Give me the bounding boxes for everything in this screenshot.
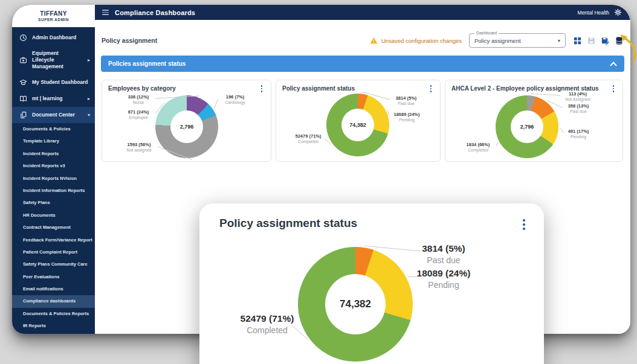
user-name: TIFFANY xyxy=(40,10,66,17)
gear-icon[interactable] xyxy=(614,8,622,16)
donut-segment-label-not-assigned: 1593 (56%)Not assigned xyxy=(127,142,152,152)
segment-category: Past due xyxy=(422,255,465,265)
chevron-right-icon: ▸ xyxy=(85,57,90,63)
segment-category: Not assigned xyxy=(127,148,152,152)
kit-icon xyxy=(19,56,27,64)
environment-label: Mental Health xyxy=(578,10,609,16)
donut-segment-label-completed: 1834 (66%)Completed xyxy=(467,142,490,152)
menu-icon[interactable] xyxy=(102,10,109,15)
warning-icon xyxy=(370,37,378,44)
kebab-menu-icon[interactable] xyxy=(521,219,527,230)
dashboard-select-label: Dashboard xyxy=(474,31,499,35)
donut-segment-label-past-due: 3814 (5%)Past due xyxy=(396,95,417,106)
donut-segment-label-pending: 18089 (24%)Pending xyxy=(417,268,471,290)
sidebar-subitem-safety-plans-community-care[interactable]: Safety Plans Community Care xyxy=(12,258,95,270)
segment-category: Completed xyxy=(296,139,322,144)
donut-segment-label-cardiology: 196 (7%)Cardiology xyxy=(225,94,245,104)
kebab-menu-icon[interactable] xyxy=(610,85,616,92)
segment-category: Not Assigned xyxy=(565,97,590,101)
sidebar-subitem-patient-complaint-report[interactable]: Patient Complaint Report xyxy=(12,246,95,258)
donut-hole: 74,382 xyxy=(341,109,374,141)
sidebar-subitem-contract-management[interactable]: Contract Management xyxy=(12,222,95,234)
sidebar-subitem-hr-documents[interactable]: HR Documents xyxy=(12,209,95,222)
segment-category: Completed xyxy=(241,325,294,335)
sidebar-item-admin-dashboard[interactable]: Admin Dashboard xyxy=(12,30,95,46)
donut-hole: 2,796 xyxy=(170,110,203,143)
sidebar-subitem-email-notifications[interactable]: Email notifications xyxy=(12,283,95,295)
sidebar-subitem-compliance-dashboards[interactable]: Compliance dashboards xyxy=(12,295,95,307)
sidebar-subitem-template-library[interactable]: Template Library xyxy=(12,135,95,147)
segment-value: 196 (7%) xyxy=(225,94,245,100)
donut-segment-label-employee: 671 (24%)Employee xyxy=(128,109,149,120)
segment-value: 671 (24%) xyxy=(128,109,149,115)
section-label: Policies assignment status xyxy=(108,60,610,67)
sidebar-subitem-incident-information-reports[interactable]: Incident Information Reports xyxy=(12,185,95,197)
sidebar-item-equipment-lifecycle-management[interactable]: Equipment Lifecycle Management▸ xyxy=(12,46,95,74)
sidebar-subitem-incident-reports-v3[interactable]: Incident Reports v3 xyxy=(12,160,95,172)
topbar: Compliance Dashboards Mental Health xyxy=(95,5,630,20)
card-title: Policy assignment status xyxy=(282,85,355,92)
segment-category: Completed xyxy=(467,148,490,152)
segment-value: 1593 (56%) xyxy=(127,142,152,147)
unsaved-changes-warning: Unsaved configuration changes xyxy=(370,37,462,44)
sidebar-subitem-documents-policies[interactable]: Documents & Policies xyxy=(12,123,95,135)
chevron-down-icon: ▾ xyxy=(558,38,560,43)
app-title: Compliance Dashboards xyxy=(115,9,572,16)
segment-value: 336 (12%) xyxy=(128,94,149,100)
segment-category: Past due xyxy=(396,101,417,106)
chevron-right-icon: ▸ xyxy=(85,96,90,101)
donut-center-total: 74,382 xyxy=(340,298,371,310)
card-employees-by-category: Employees by category 2,796336 (12%)Nurs… xyxy=(102,80,271,162)
dashboard-select-value: Policy assignment xyxy=(474,37,558,44)
sidebar-item-mt-learning[interactable]: mt | learning▸ xyxy=(12,91,95,107)
sidebar-nav: Admin DashboardEquipment Lifecycle Manag… xyxy=(12,27,95,123)
segment-value: 3814 (5%) xyxy=(396,95,417,101)
book-icon xyxy=(19,95,27,103)
sidebar-subnav: Documents & PoliciesTemplate LibraryInci… xyxy=(12,123,95,333)
donut-chart: 2,796336 (12%)Nurse196 (7%)Cardiology159… xyxy=(102,80,271,162)
content-header: Policy assignment Unsaved configuration … xyxy=(95,20,630,48)
kebab-menu-icon[interactable] xyxy=(259,85,265,92)
card-title: Employees by category xyxy=(108,85,176,92)
donut-hole: 2,796 xyxy=(511,110,543,143)
sidebar-subitem-feedback-form-variance-report[interactable]: Feedback Form/Variance Report xyxy=(12,234,95,246)
save-icon[interactable] xyxy=(587,36,596,45)
sidebar-item-label: Equipment Lifecycle Management xyxy=(32,50,80,70)
sidebar-user-header: TIFFANY SUPER ADMIN xyxy=(12,5,95,27)
segment-value: 18089 (24%) xyxy=(394,112,420,117)
sidebar-subitem-safety-plans[interactable]: Safety Plans xyxy=(12,197,95,209)
donut-segment-label-nurse: 336 (12%)Nurse xyxy=(128,94,149,104)
donut-segment-label-not-assigned: 113 (4%)Not Assigned xyxy=(565,91,590,101)
segment-category: Nurse xyxy=(128,100,149,104)
segment-value: 358 (13%) xyxy=(568,103,589,109)
clock-icon xyxy=(19,34,27,42)
chevron-up-icon[interactable] xyxy=(610,62,617,66)
sidebar-subitem-incident-reports-nvision[interactable]: Incident Reports NVision xyxy=(12,173,95,185)
segment-category: Pending xyxy=(568,135,589,139)
segment-value: 491 (17%) xyxy=(568,129,589,134)
donut-center-total: 74,382 xyxy=(349,122,366,128)
dashboard-select[interactable]: Dashboard Policy assignment ▾ xyxy=(469,33,566,48)
database-icon[interactable] xyxy=(615,36,624,45)
donut-hole: 74,382 xyxy=(325,274,386,334)
sidebar-subitem-incident-reports[interactable]: Incident Reports xyxy=(12,148,95,160)
sidebar-subitem-peer-evaluations[interactable]: Peer Evaluations xyxy=(12,271,95,283)
sidebar-item-document-center[interactable]: Document Center▾ xyxy=(12,107,95,123)
overlay-title: Policy assignment status xyxy=(219,217,357,230)
sidebar-subitem-documents-policies-reports[interactable]: Documents & Policies Reports xyxy=(12,308,95,320)
donut-segment-label-completed: 52479 (71%)Completed xyxy=(296,133,322,144)
kebab-menu-icon[interactable] xyxy=(428,85,434,92)
save-edit-icon[interactable] xyxy=(601,36,610,45)
charts-row: Employees by category 2,796336 (12%)Nurs… xyxy=(102,80,624,162)
segment-value: 18089 (24%) xyxy=(417,268,471,279)
sidebar-subitem-ir-reports[interactable]: IR Reports xyxy=(12,320,95,332)
widgets-icon[interactable] xyxy=(573,36,582,45)
sidebar-item-my-student-dashboard[interactable]: My Student Dashboard xyxy=(12,74,95,91)
segment-value: 52479 (71%) xyxy=(241,313,294,324)
page-title: Policy assignment xyxy=(102,37,363,44)
donut-segment-label-past-due: 3814 (5%)Past due xyxy=(422,243,465,265)
segment-category: Employee xyxy=(128,115,149,120)
section-policies-assignment-status[interactable]: Policies assignment status xyxy=(101,56,624,72)
chevron-down-icon: ▾ xyxy=(85,112,90,118)
segment-category: Pending xyxy=(394,118,420,122)
